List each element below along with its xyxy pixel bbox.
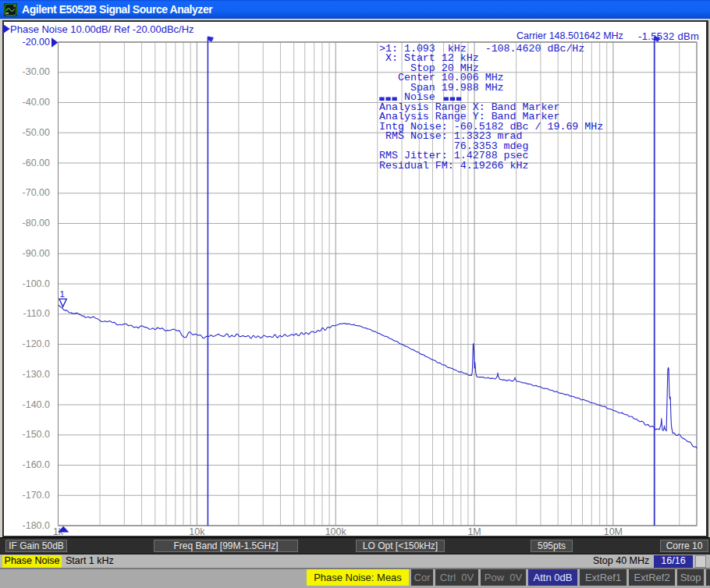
svg-text:1: 1 — [60, 289, 65, 299]
